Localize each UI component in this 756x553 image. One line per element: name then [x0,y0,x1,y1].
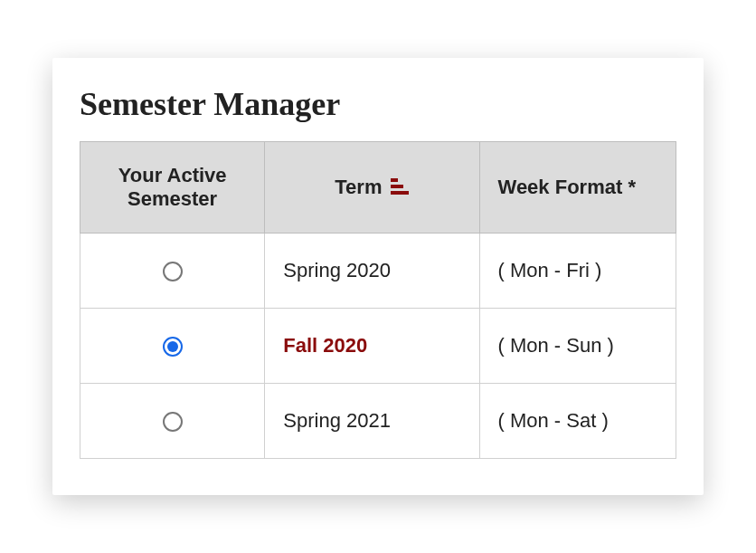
term-cell: Fall 2020 [265,309,479,384]
term-cell: Spring 2020 [265,234,479,309]
table-header-row: Your Active Semester Term Week Format * [80,142,676,234]
radio-button[interactable] [163,337,183,357]
radio-cell [80,234,265,309]
column-header-week: Week Format * [479,142,676,234]
table-row: Spring 2021 ( Mon - Sat ) [80,384,676,459]
page-title: Semester Manager [80,85,676,123]
semester-manager-card: Semester Manager Your Active Semester Te… [52,58,704,495]
radio-button[interactable] [163,262,183,281]
week-cell: ( Mon - Sat ) [479,384,676,459]
column-header-active: Your Active Semester [80,142,265,234]
week-cell: ( Mon - Sun ) [479,309,676,384]
radio-cell [80,309,265,384]
table-row: Spring 2020 ( Mon - Fri ) [80,234,676,309]
sort-icon [391,178,409,197]
column-header-term[interactable]: Term [265,142,479,234]
radio-cell [80,384,265,459]
radio-button[interactable] [163,412,183,432]
term-cell: Spring 2021 [265,384,479,459]
semester-table: Your Active Semester Term Week Format * [80,141,676,459]
table-row: Fall 2020 ( Mon - Sun ) [80,309,676,384]
week-cell: ( Mon - Fri ) [479,234,676,309]
column-header-term-label: Term [335,176,382,199]
